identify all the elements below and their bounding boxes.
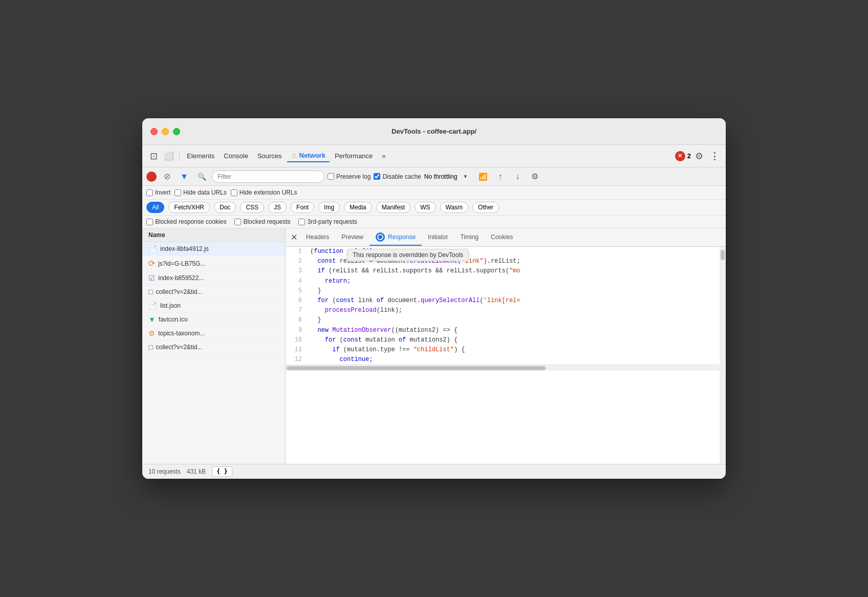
blocked-cookies-checkbox[interactable] — [146, 219, 153, 225]
line-number: 9 — [286, 326, 306, 335]
horizontal-scrollbar[interactable] — [286, 365, 720, 371]
code-line: new MutationObserver((mutations2) => { — [306, 326, 720, 335]
code-line: for (const mutation of mutations2) { — [306, 335, 720, 345]
tab-elements[interactable]: Elements — [183, 150, 219, 162]
hide-data-urls-label[interactable]: Hide data URLs — [175, 189, 227, 196]
line-number: 3 — [286, 266, 306, 276]
tab-console[interactable]: Console — [220, 150, 252, 162]
error-badge: ✕ — [675, 151, 685, 161]
preserve-log-checkbox[interactable] — [328, 173, 334, 180]
filter-doc[interactable]: Doc — [214, 202, 236, 213]
sub-tabs: ✕ Headers Preview Response Initiator Tim… — [286, 228, 726, 247]
filter-all[interactable]: All — [146, 202, 164, 213]
filter-other[interactable]: Other — [472, 202, 499, 213]
list-item[interactable]: 📄 index-8bfa4912.js — [142, 242, 285, 256]
warn-icon: ⚠ — [291, 152, 297, 159]
network-conditions-button[interactable]: 📶 — [475, 169, 490, 184]
device-toolbar-button[interactable]: ⬜ — [162, 149, 176, 163]
element-picker-button[interactable]: ⊡ — [146, 149, 161, 163]
network-settings-button[interactable]: ⚙ — [528, 169, 542, 184]
list-item[interactable]: ☑ index-b859522... — [142, 271, 285, 285]
main-toolbar: ⊡ ⬜ Elements Console Sources ⚠ Network P… — [142, 145, 726, 167]
hide-extension-urls-checkbox[interactable] — [231, 189, 237, 196]
line-number: 8 — [286, 315, 306, 325]
filter-manifest[interactable]: Manifest — [376, 202, 410, 213]
settings-button[interactable]: ⚙ — [692, 149, 706, 163]
filter-input[interactable] — [212, 170, 324, 183]
filter-img[interactable]: Img — [318, 202, 340, 213]
export-button[interactable]: ↓ — [510, 169, 525, 184]
filter-fetch-xhr[interactable]: Fetch/XHR — [168, 202, 210, 213]
close-button[interactable] — [150, 128, 158, 135]
filter-media[interactable]: Media — [344, 202, 372, 213]
tab-initiator[interactable]: Initiator — [422, 230, 454, 245]
file-name: topics-taxonom... — [158, 330, 205, 337]
import-button[interactable]: ↑ — [493, 169, 507, 184]
blocked-cookies-label[interactable]: Blocked response cookies — [146, 218, 226, 225]
list-item[interactable]: ⟳ js?id=G-LB75G... — [142, 256, 285, 271]
filter-ws[interactable]: WS — [415, 202, 436, 213]
hide-data-urls-checkbox[interactable] — [175, 189, 181, 196]
code-area[interactable]: This response is overridden by DevTools … — [286, 247, 720, 464]
file-icon: ⟳ — [148, 259, 155, 268]
invert-text: Invert — [155, 189, 170, 196]
blocked-row: Blocked response cookies Blocked request… — [142, 216, 726, 228]
tab-timing[interactable]: Timing — [454, 230, 485, 245]
filter-wasm[interactable]: Wasm — [440, 202, 469, 213]
disable-cache-label[interactable]: Disable cache — [374, 173, 421, 180]
third-party-label[interactable]: 3rd-party requests — [298, 218, 357, 225]
more-tabs-button[interactable]: » — [378, 150, 389, 162]
table-row: 3 if (relList && relList.supports && rel… — [286, 266, 720, 276]
preserve-log-label[interactable]: Preserve log — [328, 173, 371, 180]
vertical-scrollbar[interactable] — [720, 247, 726, 464]
list-item[interactable]: 📄 list.json — [142, 299, 285, 313]
list-item[interactable]: ▼ favicon.ico — [142, 313, 285, 327]
table-row: 10 for (const mutation of mutations2) { — [286, 335, 720, 345]
blocked-requests-checkbox[interactable] — [234, 219, 241, 225]
file-icon: □ — [148, 288, 153, 296]
window-title: DevTools - coffee-cart.app/ — [392, 127, 476, 135]
more-options-button[interactable]: ⋮ — [707, 149, 722, 163]
file-name: index-8bfa4912.js — [160, 245, 209, 252]
third-party-text: 3rd-party requests — [307, 218, 357, 225]
filter-font[interactable]: Font — [291, 202, 314, 213]
tab-response[interactable]: Response — [370, 229, 422, 246]
list-item[interactable]: □ collect?v=2&tid... — [142, 340, 285, 354]
tab-performance[interactable]: Performance — [331, 150, 377, 162]
filter-row: Invert Hide data URLs Hide extension URL… — [142, 186, 726, 200]
list-item[interactable]: □ collect?v=2&tid... — [142, 285, 285, 299]
minimize-button[interactable] — [162, 128, 169, 135]
maximize-button[interactable] — [173, 128, 180, 135]
invert-label[interactable]: Invert — [146, 189, 170, 196]
disable-cache-checkbox[interactable] — [374, 173, 380, 180]
pretty-print-button[interactable]: { } — [212, 466, 232, 477]
tab-preview[interactable]: Preview — [335, 230, 370, 245]
invert-checkbox[interactable] — [146, 189, 153, 196]
filter-js[interactable]: JS — [268, 202, 287, 213]
filter-css[interactable]: CSS — [240, 202, 264, 213]
third-party-checkbox[interactable] — [298, 219, 305, 225]
tab-network[interactable]: ⚠ Network — [287, 150, 330, 162]
table-row: 4 return; — [286, 276, 720, 286]
throttle-text: No throttling — [424, 173, 458, 180]
throttle-dropdown[interactable]: ▼ — [458, 169, 472, 184]
record-button[interactable] — [146, 172, 157, 182]
list-item[interactable]: ⚙ topics-taxonom... — [142, 327, 285, 340]
tab-headers[interactable]: Headers — [300, 230, 335, 245]
table-row: 7 processPreload(link); — [286, 306, 720, 315]
table-row: 9 new MutationObserver((mutations2) => { — [286, 326, 720, 335]
tab-sources[interactable]: Sources — [253, 150, 286, 162]
filter-button[interactable]: ▼ — [177, 169, 191, 184]
code-table: 1 (function polyfil 2 const relList = do… — [286, 247, 720, 365]
line-number: 6 — [286, 296, 306, 306]
table-row: 5 } — [286, 286, 720, 296]
hide-extension-urls-label[interactable]: Hide extension URLs — [231, 189, 297, 196]
scrollbar-thumb[interactable] — [287, 366, 546, 370]
search-button[interactable]: 🔍 — [194, 169, 209, 184]
scrollbar-thumb-v[interactable] — [721, 250, 725, 260]
clear-button[interactable]: ⊘ — [160, 169, 174, 184]
close-panel-button[interactable]: ✕ — [288, 231, 300, 244]
file-name: collect?v=2&tid... — [156, 288, 202, 295]
tab-cookies[interactable]: Cookies — [485, 230, 519, 245]
blocked-requests-label[interactable]: Blocked requests — [234, 218, 290, 225]
